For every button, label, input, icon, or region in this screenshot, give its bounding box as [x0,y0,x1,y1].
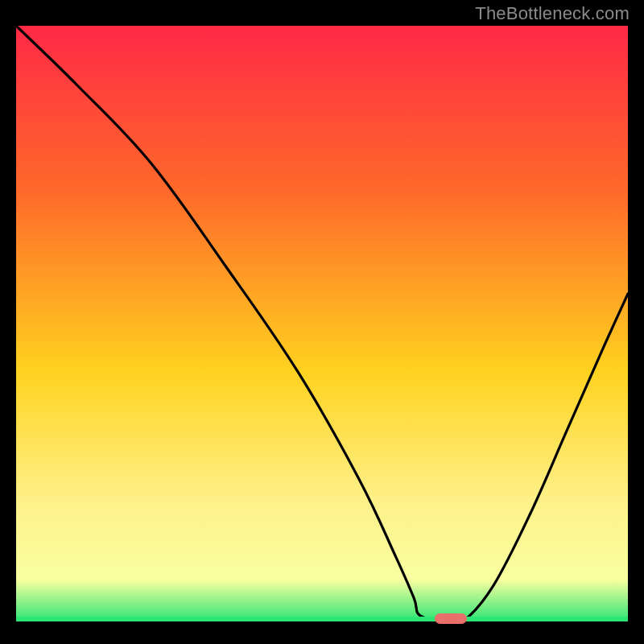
chart-container: TheBottleneck.com [0,0,644,644]
optimal-band [16,617,628,621]
optimal-marker [435,613,467,624]
plot-area [16,26,628,621]
plot-svg [16,26,628,621]
watermark-text: TheBottleneck.com [475,3,630,24]
